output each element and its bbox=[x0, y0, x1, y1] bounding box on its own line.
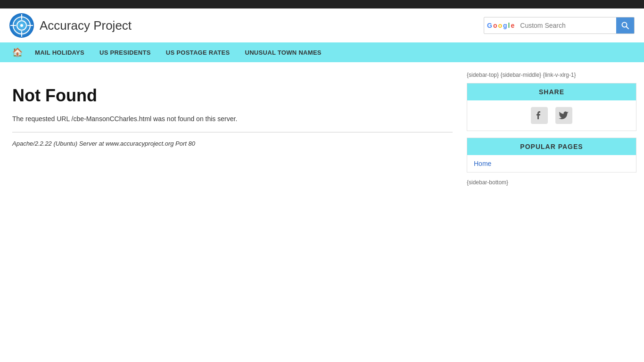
header-left: Accuracy Project bbox=[9, 13, 132, 38]
google-e: e bbox=[511, 22, 514, 29]
nav-item-mail-holidays[interactable]: MAIL HOLIDAYS bbox=[27, 42, 92, 62]
popular-pages-header: POPULAR PAGES bbox=[467, 138, 636, 155]
google-g-letter: G bbox=[487, 22, 492, 29]
popular-pages-list: Home bbox=[467, 155, 636, 172]
google-o2: o bbox=[498, 22, 502, 29]
share-box: SHARE bbox=[467, 83, 636, 131]
facebook-icon[interactable] bbox=[531, 107, 548, 124]
google-g2: g bbox=[503, 22, 507, 29]
share-header: SHARE bbox=[467, 83, 636, 100]
content-wrapper: Not Found The requested URL /cbe-MansonC… bbox=[0, 62, 644, 195]
svg-line-9 bbox=[627, 27, 629, 29]
site-header: Accuracy Project Google bbox=[0, 8, 644, 42]
site-title: Accuracy Project bbox=[40, 18, 132, 33]
google-label: Google bbox=[484, 22, 517, 29]
divider bbox=[12, 132, 453, 132]
nav-item-unusual-town-names[interactable]: UNUSUAL TOWN NAMES bbox=[237, 42, 329, 62]
svg-point-3 bbox=[20, 24, 23, 27]
twitter-icon[interactable] bbox=[555, 107, 572, 124]
nav-item-us-postage-rates[interactable]: US POSTAGE RATES bbox=[158, 42, 238, 62]
not-found-title: Not Found bbox=[12, 86, 453, 106]
popular-page-home[interactable]: Home bbox=[474, 160, 491, 167]
google-o1: o bbox=[493, 22, 497, 29]
site-logo-icon bbox=[9, 13, 34, 38]
not-found-message: The requested URL /cbe-MansonCCharles.ht… bbox=[12, 115, 453, 123]
google-l: l bbox=[508, 22, 510, 29]
nav-home-icon[interactable]: 🏠 bbox=[8, 42, 27, 62]
share-icons bbox=[467, 100, 636, 131]
search-box: Google bbox=[484, 17, 635, 34]
sidebar: {sidebar-top} {sidebar-middle} {link-v-x… bbox=[467, 72, 636, 186]
sidebar-top-placeholder: {sidebar-top} {sidebar-middle} {link-v-x… bbox=[467, 72, 636, 78]
sidebar-bottom-placeholder: {sidebar-bottom} bbox=[467, 179, 636, 186]
popular-pages-box: POPULAR PAGES Home bbox=[467, 138, 636, 173]
search-input[interactable] bbox=[517, 17, 616, 33]
main-nav: 🏠 MAIL HOLIDAYS US PRESIDENTS US POSTAGE… bbox=[0, 42, 644, 62]
server-info: Apache/2.2.22 (Ubuntu) Server at www.acc… bbox=[12, 140, 453, 147]
search-button[interactable] bbox=[616, 17, 634, 34]
nav-item-us-presidents[interactable]: US PRESIDENTS bbox=[92, 42, 158, 62]
main-content: Not Found The requested URL /cbe-MansonC… bbox=[8, 72, 457, 186]
top-bar bbox=[0, 0, 644, 8]
search-icon bbox=[621, 22, 629, 29]
